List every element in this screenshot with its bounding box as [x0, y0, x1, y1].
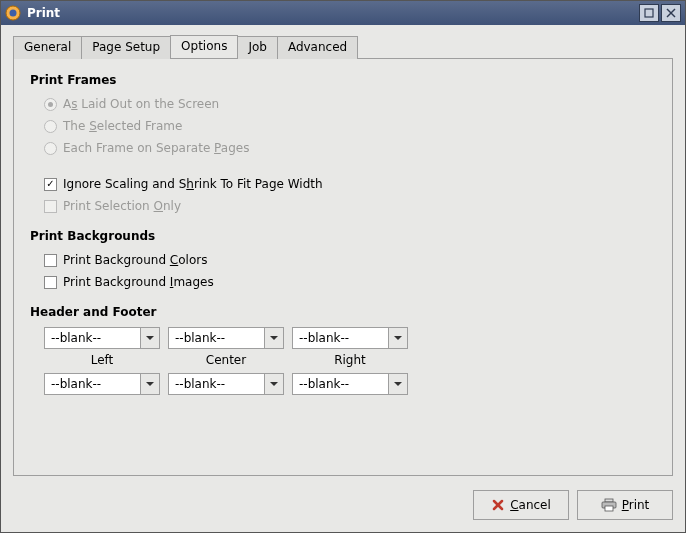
checkbox-bg-colors[interactable]: Print Background Colors — [44, 251, 656, 269]
tab-general[interactable]: General — [13, 36, 82, 59]
footer-right-dropdown[interactable]: --blank-- — [292, 373, 408, 395]
section-header-footer: Header and Footer — [30, 305, 656, 319]
print-button[interactable]: Print — [577, 490, 673, 520]
footer-center-dropdown[interactable]: --blank-- — [168, 373, 284, 395]
footer-dropdown-row: --blank-- --blank-- --blank-- — [44, 373, 656, 395]
chevron-down-icon — [388, 328, 407, 348]
dropdown-value: --blank-- — [293, 377, 388, 391]
header-dropdown-row: --blank-- --blank-- --blank-- — [44, 327, 656, 349]
radio-label: The Selected Frame — [63, 117, 182, 135]
button-label: Cancel — [510, 498, 551, 512]
dropdown-value: --blank-- — [45, 331, 140, 345]
tab-job[interactable]: Job — [237, 36, 278, 59]
close-button[interactable] — [661, 4, 681, 22]
section-print-frames: Print Frames — [30, 73, 656, 87]
cancel-icon — [491, 498, 505, 512]
checkbox-label: Ignore Scaling and Shrink To Fit Page Wi… — [63, 175, 323, 193]
checkbox-selection-only: Print Selection Only — [44, 197, 656, 215]
checkbox-icon — [44, 276, 57, 289]
checkbox-icon — [44, 254, 57, 267]
checkbox-label: Print Selection Only — [63, 197, 181, 215]
dropdown-value: --blank-- — [293, 331, 388, 345]
print-dialog: Print General Page Setup Options Job Adv… — [0, 0, 686, 533]
header-center-dropdown[interactable]: --blank-- — [168, 327, 284, 349]
content-area: General Page Setup Options Job Advanced … — [1, 25, 685, 486]
radio-selected-frame: The Selected Frame — [44, 117, 656, 135]
radio-separate-pages: Each Frame on Separate Pages — [44, 139, 656, 157]
cancel-button[interactable]: Cancel — [473, 490, 569, 520]
tab-page-setup[interactable]: Page Setup — [81, 36, 171, 59]
section-print-backgrounds: Print Backgrounds — [30, 229, 656, 243]
radio-icon — [44, 120, 57, 133]
chevron-down-icon — [140, 374, 159, 394]
options-panel: Print Frames As Laid Out on the Screen T… — [13, 58, 673, 476]
minimize-button[interactable] — [639, 4, 659, 22]
checkbox-label: Print Background Images — [63, 273, 214, 291]
radio-label: As Laid Out on the Screen — [63, 95, 219, 113]
radio-icon — [44, 98, 57, 111]
col-label-right: Right — [292, 351, 408, 367]
radio-as-laid-out: As Laid Out on the Screen — [44, 95, 656, 113]
chevron-down-icon — [264, 328, 283, 348]
checkbox-icon — [44, 200, 57, 213]
tab-bar: General Page Setup Options Job Advanced — [13, 35, 673, 58]
dropdown-value: --blank-- — [169, 377, 264, 391]
svg-rect-7 — [605, 499, 613, 502]
dropdown-value: --blank-- — [169, 331, 264, 345]
header-right-dropdown[interactable]: --blank-- — [292, 327, 408, 349]
checkbox-label: Print Background Colors — [63, 251, 207, 269]
checkbox-bg-images[interactable]: Print Background Images — [44, 273, 656, 291]
svg-point-1 — [10, 10, 17, 17]
header-left-dropdown[interactable]: --blank-- — [44, 327, 160, 349]
dropdown-value: --blank-- — [45, 377, 140, 391]
svg-rect-2 — [645, 9, 653, 17]
printer-icon — [601, 498, 617, 512]
chevron-down-icon — [264, 374, 283, 394]
chevron-down-icon — [140, 328, 159, 348]
checkbox-ignore-scaling[interactable]: ✓ Ignore Scaling and Shrink To Fit Page … — [44, 175, 656, 193]
col-label-left: Left — [44, 351, 160, 367]
svg-rect-9 — [605, 506, 613, 511]
column-labels: Left Center Right — [44, 351, 656, 367]
chevron-down-icon — [388, 374, 407, 394]
col-label-center: Center — [168, 351, 284, 367]
app-icon — [5, 5, 21, 21]
button-label: Print — [622, 498, 650, 512]
titlebar: Print — [1, 1, 685, 25]
tab-advanced[interactable]: Advanced — [277, 36, 358, 59]
tab-options[interactable]: Options — [170, 35, 238, 58]
window-title: Print — [27, 6, 637, 20]
checkbox-icon: ✓ — [44, 178, 57, 191]
radio-icon — [44, 142, 57, 155]
footer-left-dropdown[interactable]: --blank-- — [44, 373, 160, 395]
dialog-footer: Cancel Print — [1, 486, 685, 532]
radio-label: Each Frame on Separate Pages — [63, 139, 249, 157]
